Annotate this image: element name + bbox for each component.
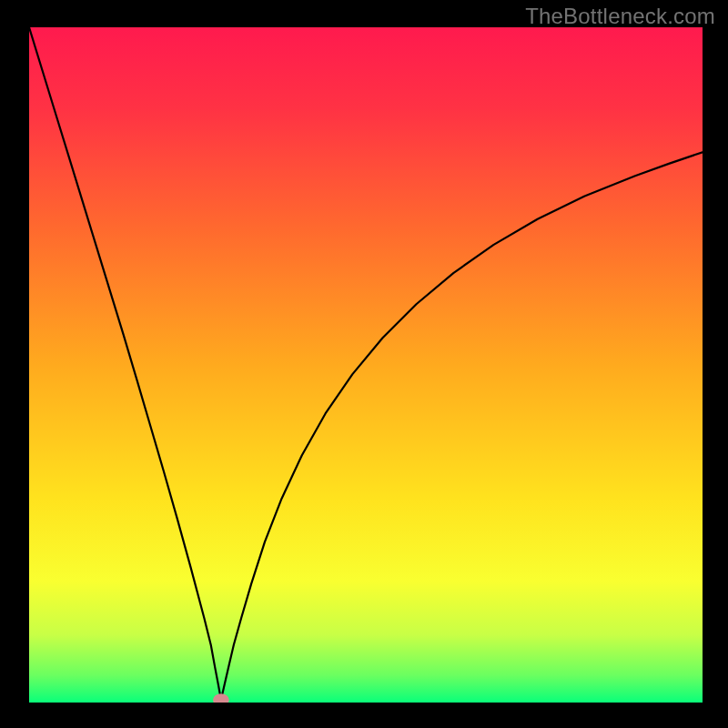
gradient-background [29,27,703,703]
plot-area [29,27,703,703]
chart-svg [29,27,703,703]
watermark-text: TheBottleneck.com [525,4,715,29]
chart-frame: TheBottleneck.com [0,0,728,728]
